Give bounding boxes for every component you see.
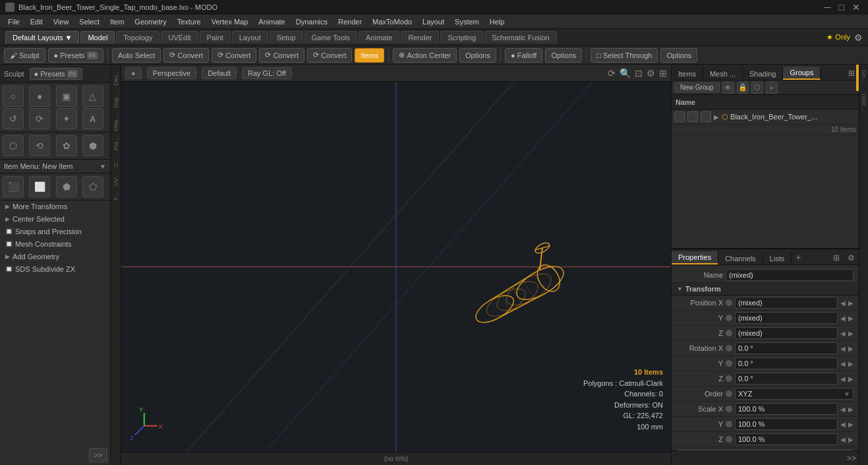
group-vis-render[interactable] [701, 111, 711, 122]
convert-btn-1[interactable]: ⟳ Convert [163, 48, 209, 63]
menu-layout[interactable]: Layout [417, 16, 449, 27]
tab-uvedit[interactable]: UVEdit [161, 31, 198, 44]
vstrip-c[interactable]: C... [113, 155, 119, 170]
auto-select-btn[interactable]: Auto Select [112, 48, 161, 63]
pos-x-arrow2[interactable]: ▶ [848, 299, 854, 307]
tool-refresh[interactable]: ⟳ [29, 108, 50, 129]
scale-z-input[interactable] [735, 433, 838, 445]
rot-y-input[interactable] [735, 357, 838, 369]
rot-z-arrow[interactable]: ◀ [840, 375, 846, 383]
layout-gear-icon[interactable]: ⚙ [854, 32, 863, 43]
groups-eye-btn[interactable]: 👁 [722, 82, 734, 94]
rv-goto[interactable]: Go... [860, 65, 868, 88]
menu-select[interactable]: Select [74, 16, 105, 27]
scale-z-arrow[interactable]: ◀ [840, 436, 846, 443]
tab-mesh[interactable]: Mesh ... [703, 68, 743, 80]
minimize-btn[interactable]: ─ [822, 2, 834, 13]
rot-x-arrow2[interactable]: ▶ [848, 345, 854, 352]
tab-layout[interactable]: Layout [232, 31, 268, 44]
tool-filled-circle[interactable]: ● [29, 86, 50, 107]
rot-z-input[interactable] [735, 373, 838, 385]
tab-scripting[interactable]: Scripting [440, 31, 483, 44]
sds-subdivide-btn[interactable]: 🔲 SDS Subdivide ZX [0, 263, 110, 276]
scale-y-arrow[interactable]: ◀ [840, 421, 846, 428]
pos-z-input[interactable] [735, 327, 838, 339]
viewport-settings-icon[interactable]: ⚙ [647, 68, 655, 78]
tab-topology[interactable]: Topology [116, 31, 159, 44]
tool-hex2[interactable]: ⬢ [82, 135, 103, 156]
menu-max-to-modo[interactable]: MaxToModo [367, 16, 417, 27]
ray-gl-btn[interactable]: Ray GL: Off [242, 67, 292, 79]
tab-render[interactable]: Render [401, 31, 439, 44]
rot-z-dot[interactable] [726, 375, 732, 382]
convert-btn-2[interactable]: ⟳ Convert [212, 48, 257, 63]
tool-rotate[interactable]: ↺ [3, 108, 24, 129]
tab-setup[interactable]: Setup [270, 31, 303, 44]
perspective-btn[interactable]: Perspective [147, 67, 196, 79]
name-input[interactable] [726, 269, 854, 281]
group-vis-eye[interactable] [674, 111, 685, 122]
presets-btn[interactable]: ● Presets F6 [48, 48, 104, 63]
convert-btn-4[interactable]: ⟳ Convert [307, 48, 353, 63]
snaps-precision-btn[interactable]: 🔲 Snaps and Precision [0, 226, 110, 238]
tool-text[interactable]: A [82, 108, 103, 129]
groups-lock-btn[interactable]: 🔒 [737, 82, 749, 94]
pos-x-dot[interactable] [726, 299, 732, 306]
vstrip-f[interactable]: F... [113, 190, 119, 203]
menu-file[interactable]: File [3, 16, 25, 27]
scale-y-arrow2[interactable]: ▶ [848, 421, 854, 428]
star-only-label[interactable]: ★ Only [826, 33, 850, 42]
maximize-btn[interactable]: □ [836, 2, 847, 13]
props-gear-btn[interactable]: ⚙ [844, 251, 859, 264]
viewport-expand-icon[interactable]: ⊞ [659, 68, 667, 78]
rot-x-dot[interactable] [726, 345, 732, 352]
tab-paint[interactable]: Paint [200, 31, 231, 44]
rot-y-arrow[interactable]: ◀ [840, 360, 846, 367]
action-center-btn[interactable]: ⊕ Action Center [393, 48, 457, 63]
tab-channels[interactable]: Channels [718, 253, 763, 264]
pos-z-arrow[interactable]: ◀ [840, 330, 846, 337]
menu-view[interactable]: View [48, 16, 74, 27]
groups-add-btn[interactable]: + [766, 82, 778, 94]
scale-x-arrow[interactable]: ◀ [840, 406, 846, 413]
order-dot[interactable] [726, 390, 732, 397]
close-btn[interactable]: ✕ [850, 2, 863, 13]
scale-z-arrow2[interactable]: ▶ [848, 436, 854, 443]
scale-x-dot[interactable] [726, 406, 732, 412]
pos-z-arrow2[interactable]: ▶ [848, 330, 854, 337]
add-geometry-btn[interactable]: ▶ Add Geometry [0, 251, 110, 263]
vstrip-dup[interactable]: Dup... [113, 90, 119, 111]
viewport-frame-icon[interactable]: ⊡ [635, 68, 643, 78]
falloff-btn[interactable]: ● Falloff [505, 48, 542, 63]
more-transforms-btn[interactable]: ▶ More Transforms [0, 201, 110, 213]
camera-mode-btn[interactable]: ● [125, 67, 142, 79]
vstrip-uv[interactable]: UV... [113, 171, 119, 189]
options-btn-3[interactable]: Options [660, 48, 697, 63]
rot-y-arrow2[interactable]: ▶ [848, 360, 854, 367]
tab-model[interactable]: Model [80, 31, 115, 44]
tab-lists[interactable]: Lists [763, 253, 792, 264]
tool-transform[interactable]: ⬠ [82, 176, 103, 197]
rot-z-arrow2[interactable]: ▶ [848, 375, 854, 383]
tool-triangle[interactable]: △ [82, 86, 103, 107]
rot-y-dot[interactable] [726, 360, 732, 367]
viewport-orbit-icon[interactable]: ⟳ [608, 68, 616, 78]
menu-help[interactable]: Help [484, 16, 510, 27]
menu-item[interactable]: Item [105, 16, 129, 27]
vstrip-dec[interactable]: Dec... [113, 67, 119, 88]
pos-y-dot[interactable] [726, 315, 732, 321]
scale-x-input[interactable] [735, 403, 838, 415]
group-row-main[interactable]: ▶ ⬡ Black_Iron_Beer_Tower_... [672, 109, 859, 125]
tool-star[interactable]: ✦ [56, 108, 77, 129]
tab-schematic[interactable]: Schematic Fusion [484, 31, 556, 44]
tool-hex[interactable]: ⬡ [3, 135, 24, 156]
menu-animate[interactable]: Animate [253, 16, 290, 27]
pos-x-arrow[interactable]: ◀ [840, 299, 846, 307]
pos-x-input[interactable] [735, 297, 838, 309]
layout-tab-default[interactable]: Default Layouts ▼ [5, 31, 79, 44]
pos-z-dot[interactable] [726, 330, 732, 336]
tab-shading[interactable]: Shading [743, 68, 783, 80]
groups-render-btn[interactable]: ⬡ [751, 82, 763, 94]
presets-dropdown[interactable]: ● Presets F6 [30, 68, 83, 80]
props-expand-btn[interactable]: ⊞ [829, 251, 844, 264]
